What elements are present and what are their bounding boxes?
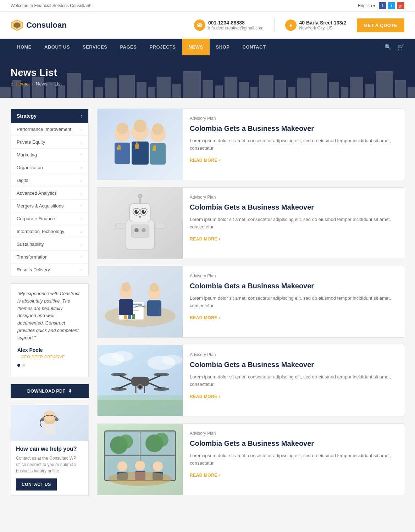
svg-point-56 bbox=[134, 210, 139, 214]
read-more-3[interactable]: READ MORE › bbox=[190, 315, 397, 320]
email-address: info.deercreative@gmail.com bbox=[208, 26, 264, 31]
news-title-3[interactable]: Colombia Gets a Business Makeover bbox=[190, 281, 397, 290]
read-more-4[interactable]: READ MORE › bbox=[190, 394, 397, 399]
get-quote-button[interactable]: GET A QUOTE bbox=[357, 18, 404, 32]
news-image-2 bbox=[98, 188, 183, 259]
breadcrumb-home[interactable]: Home bbox=[16, 81, 29, 87]
nav-contact[interactable]: CONTACT bbox=[236, 39, 272, 55]
sidebar-item-private-equity[interactable]: Private Equity › bbox=[11, 136, 88, 149]
sidebar-item-digital[interactable]: Digital › bbox=[11, 174, 88, 187]
news-title-2[interactable]: Colombia Gets a Business Makeover bbox=[190, 203, 397, 212]
search-icon[interactable]: 🔍 bbox=[384, 44, 392, 50]
sidebar-item-label: Organization bbox=[17, 165, 43, 170]
news-category-3: Advisory Plan bbox=[190, 273, 397, 278]
address-line1: 40 Barla Sreet 133/2 bbox=[299, 20, 346, 26]
sidebar: Strategy › Performance Improvement › Pri… bbox=[11, 109, 89, 502]
breadcrumb-news[interactable]: News bbox=[36, 81, 48, 87]
svg-point-50 bbox=[152, 123, 164, 135]
twitter-icon[interactable]: t bbox=[388, 2, 395, 9]
meeting-illustration bbox=[98, 424, 183, 495]
svg-rect-64 bbox=[154, 223, 165, 228]
news-body-4: Advisory Plan Colombia Gets a Business M… bbox=[183, 345, 404, 416]
phone-icon: ☎ bbox=[194, 20, 205, 31]
business-meeting-illustration bbox=[98, 266, 183, 337]
news-list: Advisory Plan Colombia Gets a Business M… bbox=[97, 109, 404, 502]
drone-illustration bbox=[98, 345, 183, 416]
news-title-1[interactable]: Colombia Gets a Business Makeover bbox=[190, 124, 397, 133]
svg-rect-22 bbox=[239, 82, 249, 98]
svg-point-47 bbox=[134, 120, 146, 132]
download-pdf-button[interactable]: DOWNLOAD PDF ⇓ bbox=[11, 384, 89, 398]
svg-rect-65 bbox=[131, 225, 149, 237]
svg-point-88 bbox=[161, 355, 183, 365]
phone-number: 001-1234-88888 bbox=[208, 20, 264, 26]
dot-2[interactable] bbox=[22, 364, 25, 367]
read-more-5[interactable]: READ MORE › bbox=[190, 473, 397, 478]
svg-rect-17 bbox=[172, 84, 181, 98]
sidebar-item-label: Mergers & Acquisitions bbox=[17, 203, 63, 209]
news-image-1 bbox=[98, 109, 183, 180]
breadcrumb-sep2: › bbox=[50, 81, 51, 87]
sidebar-item-corporate[interactable]: Corporate Finance › bbox=[11, 212, 88, 225]
nav-shop[interactable]: SHOP bbox=[210, 39, 236, 55]
svg-rect-16 bbox=[157, 77, 171, 98]
sidebar-item-analytics[interactable]: Advanced Analytics › bbox=[11, 187, 88, 200]
nav-about[interactable]: ABOUT US bbox=[38, 39, 76, 55]
sidebar-item-marketing[interactable]: Marketing › bbox=[11, 149, 88, 161]
contact-us-button[interactable]: CONTACT US bbox=[16, 478, 57, 491]
dot-1[interactable] bbox=[17, 364, 20, 367]
testimonial-sep: | bbox=[17, 355, 18, 359]
svg-rect-49 bbox=[150, 143, 166, 165]
news-image-4 bbox=[98, 345, 183, 416]
read-more-1[interactable]: READ MORE › bbox=[190, 158, 397, 163]
news-category-2: Advisory Plan bbox=[190, 195, 397, 200]
sidebar-arrow-icon: › bbox=[81, 242, 83, 246]
svg-point-115 bbox=[135, 461, 145, 471]
news-image-3 bbox=[98, 266, 183, 337]
svg-point-66 bbox=[134, 228, 139, 232]
sidebar-item-performance[interactable]: Performance Improvement › bbox=[11, 123, 88, 136]
svg-rect-9 bbox=[67, 73, 81, 98]
svg-rect-31 bbox=[350, 77, 363, 98]
news-title-4[interactable]: Colombia Gets a Business Makeover bbox=[190, 360, 397, 369]
testimonial-widget: "My experience with Construct is absolut… bbox=[11, 283, 89, 377]
download-icon: ⇓ bbox=[68, 388, 72, 394]
news-excerpt-1: Lorem ipsum dolor sit amet, consectetur … bbox=[190, 137, 397, 152]
cart-icon[interactable]: 🛒 bbox=[397, 44, 404, 50]
news-body-2: Advisory Plan Colombia Gets a Business M… bbox=[183, 188, 404, 259]
news-category-1: Advisory Plan bbox=[190, 116, 397, 121]
help-content: How can we help you? Contact us at the C… bbox=[11, 441, 88, 495]
svg-rect-46 bbox=[132, 142, 149, 165]
sidebar-arrow-icon: › bbox=[81, 268, 83, 272]
googleplus-icon[interactable]: g+ bbox=[397, 2, 404, 9]
nav-pages[interactable]: PAGES bbox=[114, 39, 143, 55]
sidebar-arrow-icon: › bbox=[81, 255, 83, 259]
sidebar-item-sustainability[interactable]: Sustainability › bbox=[11, 238, 88, 251]
nav-projects[interactable]: PROJECTS bbox=[143, 39, 182, 55]
language-selector[interactable]: English ▾ bbox=[358, 3, 375, 8]
sidebar-item-label: Corporate Finance bbox=[17, 216, 55, 221]
svg-rect-63 bbox=[115, 223, 126, 228]
facebook-icon[interactable]: f bbox=[379, 2, 386, 9]
logo[interactable]: Consuloan bbox=[11, 19, 67, 32]
svg-rect-21 bbox=[225, 77, 237, 98]
read-more-2[interactable]: READ MORE › bbox=[190, 237, 397, 242]
sidebar-item-organization[interactable]: Organization › bbox=[11, 161, 88, 174]
svg-rect-38 bbox=[43, 424, 56, 435]
news-title-5[interactable]: Colombia Gets a Business Makeover bbox=[190, 439, 397, 448]
sidebar-arrow-icon: › bbox=[81, 191, 83, 195]
nav-home[interactable]: HOME bbox=[11, 39, 38, 55]
help-widget: How can we help you? Contact us at the C… bbox=[11, 405, 89, 496]
sidebar-item-it[interactable]: Information Technology › bbox=[11, 225, 88, 238]
sidebar-arrow-icon: › bbox=[81, 204, 83, 208]
sidebar-item-transformation[interactable]: Transformation › bbox=[11, 251, 88, 264]
nav-news[interactable]: NEWS bbox=[182, 39, 210, 55]
svg-point-103 bbox=[98, 395, 183, 405]
sidebar-item-mergers[interactable]: Mergers & Acquisitions › bbox=[11, 200, 88, 212]
sidebar-item-results[interactable]: Results Delivery › bbox=[11, 264, 88, 276]
news-excerpt-5: Lorem ipsum dolor sit amet, consectetur … bbox=[190, 452, 397, 467]
nav-services[interactable]: SERVICES bbox=[76, 39, 114, 55]
sidebar-arrow-icon: › bbox=[81, 140, 83, 144]
svg-point-40 bbox=[55, 418, 59, 421]
news-category-5: Advisory Plan bbox=[190, 431, 397, 436]
